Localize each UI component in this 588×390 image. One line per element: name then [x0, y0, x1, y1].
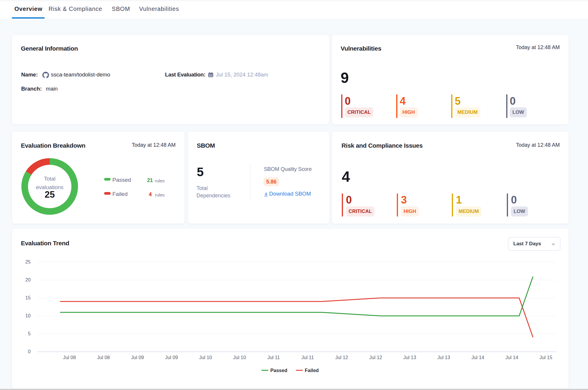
svg-text:0: 0: [28, 349, 31, 354]
svg-text:5: 5: [28, 331, 31, 336]
svg-text:20: 20: [25, 277, 31, 282]
svg-text:15: 15: [25, 295, 31, 300]
svg-text:Jul 14: Jul 14: [472, 355, 484, 360]
svg-text:Jul 12: Jul 12: [369, 355, 382, 360]
svg-text:Jul 09: Jul 09: [131, 355, 144, 360]
svg-text:Jul 10: Jul 10: [233, 355, 246, 360]
svg-text:Failed: Failed: [305, 368, 319, 373]
svg-text:Jul 15: Jul 15: [539, 355, 552, 360]
svg-text:Jul 12: Jul 12: [335, 355, 348, 360]
svg-text:25: 25: [25, 259, 31, 264]
svg-text:Jul 14: Jul 14: [505, 355, 518, 360]
svg-text:10: 10: [25, 313, 31, 318]
svg-text:Jul 08: Jul 08: [63, 355, 76, 360]
svg-text:Jul 08: Jul 08: [97, 355, 110, 360]
svg-text:Jul 11: Jul 11: [267, 355, 280, 360]
svg-text:Passed: Passed: [270, 368, 287, 373]
svg-text:Jul 13: Jul 13: [437, 355, 450, 360]
svg-text:Jul 11: Jul 11: [302, 355, 314, 360]
svg-text:Jul 09: Jul 09: [165, 355, 178, 360]
svg-text:Jul 13: Jul 13: [403, 355, 416, 360]
svg-text:Jul 10: Jul 10: [199, 355, 212, 360]
